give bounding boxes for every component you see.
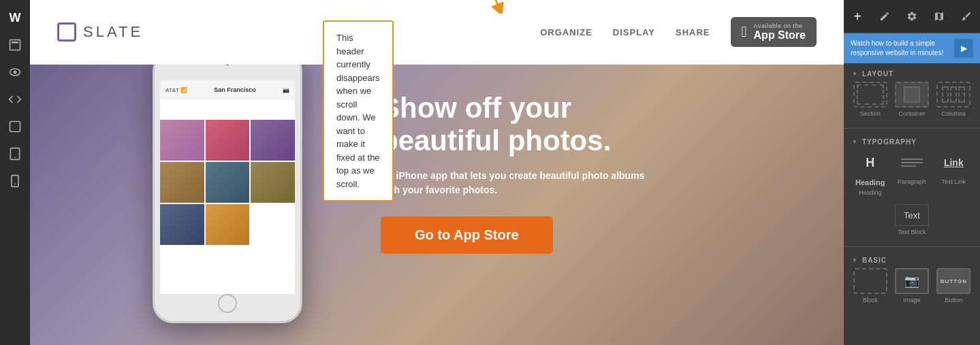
heading-display: Heading [855, 178, 885, 186]
logo-area: SLATE [57, 22, 143, 42]
paragraph-label: Paragraph [898, 178, 926, 185]
container-label: Container [898, 110, 925, 117]
typo-item-heading[interactable]: H Heading Heading [852, 150, 888, 196]
typography-label: TYPOGRAPHY [862, 138, 917, 146]
photo-thumb-2 [206, 120, 250, 161]
svg-rect-7 [12, 176, 18, 187]
heading-thumb: H [853, 150, 887, 176]
hero-heading: Show off your beautiful photos. [381, 92, 653, 158]
tooltip-box: This header currently disappears when we… [323, 20, 394, 201]
hero-text: Show off your beautiful photos. An iPhon… [381, 92, 653, 254]
app-store-button[interactable]:  Available on the App Store [731, 17, 817, 47]
photo-thumb-6 [251, 162, 295, 203]
photo-thumb-7 [160, 204, 204, 245]
svg-point-3 [14, 71, 17, 74]
pages-icon[interactable] [3, 33, 27, 57]
layout-item-columns[interactable]: Columns [936, 82, 972, 117]
container-thumb [895, 82, 929, 108]
photo-thumb-4 [160, 162, 204, 203]
block-thumb [853, 268, 887, 294]
visibility-icon[interactable] [3, 60, 27, 84]
divider-1 [844, 128, 980, 129]
website-header: SLATE ORGANIZE DISPLAY SHARE  Available… [30, 0, 844, 65]
right-panel: + Watch how to build a simple responsive… [844, 0, 980, 345]
phone-notch [225, 65, 230, 65]
mobile-icon[interactable] [3, 169, 27, 193]
tablet-icon[interactable] [3, 142, 27, 166]
nav-display[interactable]: DISPLAY [613, 27, 655, 37]
phone-screen: AT&T 📶 San Francisco 📷 [160, 80, 295, 294]
play-button[interactable]: ▶ [954, 39, 973, 58]
columns-thumb [936, 82, 970, 108]
layout-item-container[interactable]: Container [894, 82, 930, 117]
link-label: Text Link [942, 178, 966, 185]
photo-thumb-8 [206, 204, 250, 245]
logo-text: SLATE [83, 23, 143, 41]
layout-label: LAYOUT [862, 70, 894, 78]
available-on-label: Available on the [754, 22, 806, 29]
hero-heading-line1: Show off your [381, 92, 571, 124]
text-block-thumb: Text [895, 204, 929, 226]
image-icon: 📷 [904, 274, 919, 289]
image-label: Image [903, 297, 920, 303]
settings-icon[interactable] [901, 5, 923, 27]
svg-rect-1 [12, 42, 18, 44]
text-block-label: Text Block [898, 229, 926, 235]
text-block-display: Text [904, 210, 920, 220]
typo-item-link[interactable]: Link Text Link [936, 150, 972, 196]
basic-section-title: BASIC [844, 250, 980, 268]
play-icon: ▶ [961, 44, 967, 53]
paragraph-thumb [895, 150, 929, 176]
style-icon[interactable] [3, 114, 27, 139]
photo-thumb-5 [206, 162, 250, 203]
text-block-item[interactable]: Text Text Block [844, 204, 980, 244]
link-thumb: Link [936, 150, 970, 176]
main-content: SLATE ORGANIZE DISPLAY SHARE  Available… [30, 0, 844, 345]
section-thumb [853, 82, 887, 108]
hero-section: AT&T 📶 San Francisco 📷 [30, 65, 844, 345]
button-thumb: BUTTON [936, 268, 970, 294]
left-sidebar: W [0, 0, 30, 345]
w-icon[interactable]: W [3, 5, 27, 30]
heading-label: Heading [859, 189, 882, 196]
logo-icon [57, 22, 76, 42]
basic-item-button[interactable]: BUTTON Button [936, 268, 972, 303]
basic-item-image[interactable]: 📷 Image [894, 268, 930, 303]
map-icon[interactable] [928, 5, 950, 27]
svg-rect-0 [10, 40, 20, 50]
section-label: Section [860, 110, 881, 117]
typography-grid: H Heading Heading Paragraph Link Text Li… [844, 150, 980, 204]
tooltip-text: This header currently disappears when we… [336, 33, 380, 189]
apple-icon:  [742, 24, 747, 39]
basic-grid: Block 📷 Image BUTTON Button [844, 268, 980, 312]
pencil-icon[interactable] [874, 5, 896, 27]
divider-2 [844, 246, 980, 247]
photo-thumb-3 [251, 120, 295, 161]
code-icon[interactable] [3, 87, 27, 112]
cta-button[interactable]: Go to App Store [381, 216, 553, 254]
layout-item-section[interactable]: Section [852, 82, 888, 117]
add-icon[interactable]: + [847, 5, 868, 27]
columns-label: Columns [942, 110, 966, 117]
nav-share[interactable]: SHARE [676, 27, 710, 37]
video-banner[interactable]: Watch how to build a simple responsive w… [844, 33, 980, 63]
phone-home-button [218, 294, 237, 313]
basic-label: BASIC [862, 257, 887, 264]
tooltip-arrow [462, 0, 510, 14]
brush-icon[interactable] [955, 5, 977, 27]
app-store-label: App Store [754, 29, 806, 42]
layout-grid: Section Container Columns [844, 82, 980, 125]
basic-item-block[interactable]: Block [852, 268, 888, 303]
photo-thumb-1 [160, 120, 204, 161]
typo-item-paragraph[interactable]: Paragraph [894, 150, 930, 196]
header-nav: ORGANIZE DISPLAY SHARE  Available on th… [540, 17, 817, 47]
hero-heading-line2: beautiful photos. [381, 125, 611, 157]
image-thumb: 📷 [895, 268, 929, 294]
layout-section-title: LAYOUT [844, 63, 980, 82]
svg-rect-4 [10, 122, 20, 132]
nav-organize[interactable]: ORGANIZE [540, 27, 592, 37]
phone-mockup: AT&T 📶 San Francisco 📷 [153, 65, 343, 337]
block-label: Block [863, 297, 878, 303]
hero-subtext: An iPhone app that lets you create beaut… [381, 169, 653, 197]
typography-section-title: TYPOGRAPHY [844, 131, 980, 150]
